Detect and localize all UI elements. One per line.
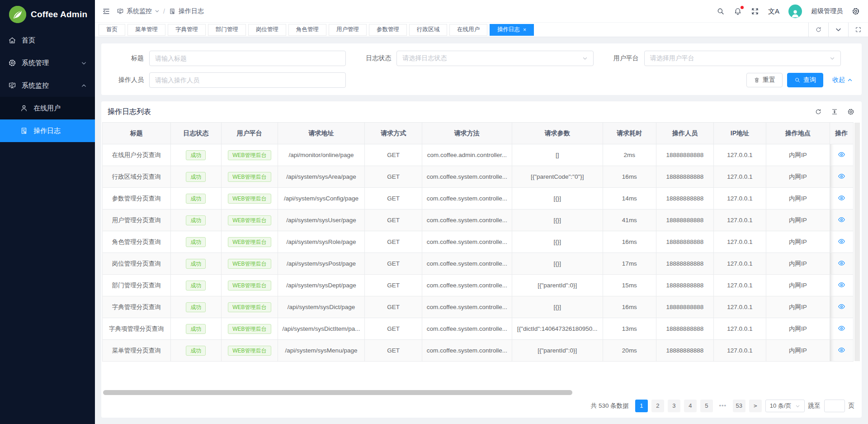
sidebar-collapse-icon[interactable]	[102, 7, 110, 15]
column-settings-gear-icon[interactable]	[847, 108, 854, 115]
cell-location: 内网IP	[766, 275, 830, 296]
tab-item[interactable]: 在线用户	[449, 24, 487, 36]
next-page-button[interactable]: >	[749, 400, 762, 412]
cell-platform: WEB管理后台	[222, 253, 278, 275]
cell-duration: 16ms	[603, 166, 656, 188]
tab-item[interactable]: 部门管理	[208, 24, 246, 36]
page-ellipsis: •••	[717, 400, 729, 412]
row-height-icon[interactable]	[831, 108, 838, 115]
cell-actions	[830, 188, 853, 210]
sidebar-item-label: 操作日志	[33, 127, 61, 135]
page-button[interactable]: 2	[651, 400, 664, 412]
view-detail-eye-icon[interactable]	[838, 194, 845, 202]
cell-title: 菜单管理分页查询	[103, 340, 171, 362]
username[interactable]: 超级管理员	[811, 7, 843, 15]
fullscreen-icon[interactable]	[751, 7, 759, 15]
tab-item[interactable]: 用户管理	[329, 24, 367, 36]
search-button[interactable]: 查询	[787, 73, 823, 87]
page-content: 标题 日志状态 请选择日志状态 用户平台 请选择用户平台	[95, 37, 868, 424]
tab-item[interactable]: 岗位管理	[248, 24, 286, 36]
view-detail-eye-icon[interactable]	[838, 172, 845, 180]
refresh-icon[interactable]	[815, 108, 822, 115]
notification-bell-icon[interactable]	[734, 7, 742, 15]
page-button[interactable]: 5	[700, 400, 713, 412]
cell-params: [{}]	[512, 296, 603, 318]
cell-actions	[830, 318, 853, 340]
cell-ip: 127.0.0.1	[713, 340, 766, 362]
cell-method: GET	[365, 210, 422, 231]
user-icon	[20, 104, 28, 112]
cell-status: 成功	[170, 318, 221, 340]
view-detail-eye-icon[interactable]	[838, 324, 845, 332]
cell-duration: 16ms	[603, 296, 656, 318]
cell-method: GET	[365, 318, 422, 340]
page-size-select[interactable]: 10 条/页	[765, 400, 805, 412]
tab-item[interactable]: 参数管理	[369, 24, 407, 36]
cell-location: 内网IP	[766, 340, 830, 362]
view-detail-eye-icon[interactable]	[838, 303, 845, 310]
tab-item[interactable]: 角色管理	[288, 24, 326, 36]
tabs-dropdown-icon[interactable]	[828, 23, 848, 37]
cell-params: [{"parentCode":"0"}]	[512, 166, 603, 188]
chevron-down-icon	[155, 9, 160, 14]
table-row: 字典项管理分页查询成功WEB管理后台/api/system/sysDictIte…	[103, 318, 854, 340]
tab-item[interactable]: 菜单管理	[127, 24, 165, 36]
cell-handler: com.coffee.system.controlle...	[422, 166, 512, 188]
translate-icon[interactable]: 文A	[768, 8, 779, 14]
cell-operator: 18888888888	[656, 253, 714, 275]
view-detail-eye-icon[interactable]	[838, 216, 845, 224]
tab-close-icon[interactable]: ×	[523, 27, 526, 33]
reset-button[interactable]: 重置	[746, 73, 783, 87]
collapse-filters-link[interactable]: 收起	[832, 76, 853, 84]
search-icon[interactable]	[717, 7, 725, 15]
platform-select[interactable]: 请选择用户平台	[644, 51, 841, 66]
cell-title: 岗位管理分页查询	[103, 253, 171, 275]
page-button[interactable]: 53	[733, 400, 745, 412]
cell-location: 内网IP	[766, 231, 830, 253]
avatar[interactable]	[788, 5, 802, 18]
cell-actions	[830, 296, 853, 318]
cell-handler: com.coffee.system.controlle...	[422, 318, 512, 340]
view-detail-eye-icon[interactable]	[838, 281, 845, 289]
sidebar-item-online-users[interactable]: 在线用户	[0, 97, 95, 119]
table-header-row: 标题日志状态用户平台请求地址请求方式请求方法请求参数请求耗时操作人员IP地址操作…	[103, 123, 854, 144]
title-input[interactable]	[149, 51, 346, 66]
page-button[interactable]: 4	[684, 400, 697, 412]
table-row: 行政区域分页查询成功WEB管理后台/api/system/sysArea/pag…	[103, 166, 854, 188]
status-select[interactable]: 请选择日志状态	[396, 51, 593, 66]
view-detail-eye-icon[interactable]	[838, 151, 845, 158]
horizontal-scrollbar-thumb[interactable]	[103, 390, 572, 395]
cell-ip: 127.0.0.1	[713, 253, 766, 275]
view-detail-eye-icon[interactable]	[838, 259, 845, 267]
tab-item[interactable]: 字典管理	[168, 24, 206, 36]
tab-item[interactable]: 操作日志×	[490, 24, 534, 36]
cell-operator: 18888888888	[656, 318, 714, 340]
tab-item[interactable]: 行政区域	[409, 24, 447, 36]
sidebar-item-system-monitor[interactable]: 系统监控	[0, 74, 95, 97]
cell-handler: com.coffee.system.controlle...	[422, 231, 512, 253]
cell-location: 内网IP	[766, 166, 830, 188]
view-detail-eye-icon[interactable]	[838, 346, 845, 354]
operator-input[interactable]	[149, 72, 346, 88]
cell-params: []	[512, 144, 603, 166]
sidebar-item-home[interactable]: 首页	[0, 29, 95, 52]
sidebar-item-operation-log[interactable]: 操作日志	[0, 119, 95, 142]
vertical-scrollbar-track[interactable]	[854, 123, 860, 361]
page-button[interactable]: 3	[668, 400, 680, 412]
sidebar-item-system-management[interactable]: 系统管理	[0, 52, 95, 74]
tab-item[interactable]: 首页	[99, 24, 125, 36]
view-detail-eye-icon[interactable]	[838, 238, 845, 245]
tab-label: 行政区域	[417, 26, 439, 33]
tab-bar: 首页菜单管理字典管理部门管理岗位管理角色管理用户管理参数管理行政区域在线用户操作…	[95, 22, 868, 37]
chevron-down-icon	[795, 404, 800, 409]
cell-duration: 2ms	[603, 144, 656, 166]
settings-gear-icon[interactable]	[852, 7, 860, 15]
page-button[interactable]: 1	[635, 400, 648, 412]
tabs-refresh-icon[interactable]	[808, 23, 828, 37]
jump-page-input[interactable]	[824, 400, 845, 412]
breadcrumb-level1[interactable]: 系统监控	[117, 7, 160, 15]
cell-ip: 127.0.0.1	[713, 188, 766, 210]
tabs-maximize-icon[interactable]	[848, 23, 868, 37]
status-label: 日志状态	[358, 54, 396, 62]
cell-title: 部门管理分页查询	[103, 275, 171, 296]
